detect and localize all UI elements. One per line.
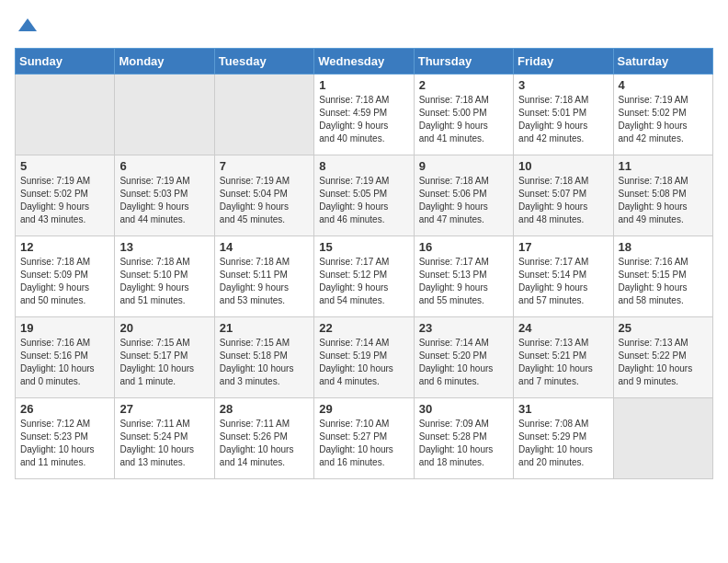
day-header-sunday: Sunday [16,49,115,75]
day-number: 14 [220,240,309,254]
calendar-cell: 26Sunrise: 7:12 AM Sunset: 5:23 PM Dayli… [16,398,115,479]
day-header-wednesday: Wednesday [314,49,414,75]
calendar-cell: 27Sunrise: 7:11 AM Sunset: 5:24 PM Dayli… [115,398,214,479]
calendar-cell: 20Sunrise: 7:15 AM Sunset: 5:17 PM Dayli… [115,317,214,398]
day-info: Sunrise: 7:18 AM Sunset: 5:09 PM Dayligh… [20,256,109,307]
day-number: 4 [619,78,708,92]
day-number: 25 [619,321,708,335]
calendar-cell [16,75,115,155]
day-number: 2 [419,78,508,92]
day-number: 13 [119,240,209,254]
day-number: 8 [319,159,408,173]
calendar-cell: 25Sunrise: 7:13 AM Sunset: 5:22 PM Dayli… [613,317,712,398]
calendar-week-row: 12Sunrise: 7:18 AM Sunset: 5:09 PM Dayli… [16,236,713,317]
day-info: Sunrise: 7:15 AM Sunset: 5:18 PM Dayligh… [220,337,309,388]
day-info: Sunrise: 7:18 AM Sunset: 4:59 PM Dayligh… [319,94,408,145]
day-info: Sunrise: 7:17 AM Sunset: 5:14 PM Dayligh… [518,256,608,307]
calendar-week-row: 26Sunrise: 7:12 AM Sunset: 5:23 PM Dayli… [16,398,713,479]
calendar-cell: 14Sunrise: 7:18 AM Sunset: 5:11 PM Dayli… [214,236,313,317]
day-number: 3 [518,78,608,92]
day-number: 11 [619,159,708,173]
calendar-cell: 11Sunrise: 7:18 AM Sunset: 5:08 PM Dayli… [613,155,712,236]
day-info: Sunrise: 7:09 AM Sunset: 5:28 PM Dayligh… [419,418,508,469]
day-header-thursday: Thursday [414,49,513,75]
day-info: Sunrise: 7:18 AM Sunset: 5:01 PM Dayligh… [518,94,608,145]
day-info: Sunrise: 7:14 AM Sunset: 5:20 PM Dayligh… [419,337,508,388]
calendar-cell: 21Sunrise: 7:15 AM Sunset: 5:18 PM Dayli… [214,317,313,398]
calendar-week-row: 1Sunrise: 7:18 AM Sunset: 4:59 PM Daylig… [16,75,713,155]
day-info: Sunrise: 7:19 AM Sunset: 5:04 PM Dayligh… [220,175,309,226]
day-header-saturday: Saturday [613,49,712,75]
calendar-cell: 19Sunrise: 7:16 AM Sunset: 5:16 PM Dayli… [16,317,115,398]
day-number: 31 [518,402,608,416]
day-number: 29 [319,402,408,416]
day-info: Sunrise: 7:18 AM Sunset: 5:06 PM Dayligh… [419,175,508,226]
day-info: Sunrise: 7:19 AM Sunset: 5:02 PM Dayligh… [619,94,708,145]
day-number: 28 [220,402,309,416]
calendar-cell: 24Sunrise: 7:13 AM Sunset: 5:21 PM Dayli… [514,317,613,398]
calendar-cell: 30Sunrise: 7:09 AM Sunset: 5:28 PM Dayli… [414,398,513,479]
day-number: 6 [119,159,209,173]
day-header-tuesday: Tuesday [214,49,313,75]
day-info: Sunrise: 7:18 AM Sunset: 5:00 PM Dayligh… [419,94,508,145]
calendar-cell [115,75,214,155]
day-number: 12 [20,240,109,254]
day-info: Sunrise: 7:18 AM Sunset: 5:10 PM Dayligh… [119,256,209,307]
day-number: 5 [20,159,109,173]
calendar-cell: 9Sunrise: 7:18 AM Sunset: 5:06 PM Daylig… [414,155,513,236]
day-header-monday: Monday [115,49,214,75]
logo-icon [17,15,39,37]
calendar-cell: 8Sunrise: 7:19 AM Sunset: 5:05 PM Daylig… [314,155,414,236]
calendar-cell: 12Sunrise: 7:18 AM Sunset: 5:09 PM Dayli… [16,236,115,317]
calendar-header-row: SundayMondayTuesdayWednesdayThursdayFrid… [16,49,713,75]
calendar-cell: 3Sunrise: 7:18 AM Sunset: 5:01 PM Daylig… [514,75,613,155]
day-number: 1 [319,78,408,92]
day-info: Sunrise: 7:18 AM Sunset: 5:07 PM Dayligh… [518,175,608,226]
day-info: Sunrise: 7:11 AM Sunset: 5:26 PM Dayligh… [220,418,309,469]
day-number: 19 [20,321,109,335]
day-info: Sunrise: 7:11 AM Sunset: 5:24 PM Dayligh… [119,418,209,469]
day-info: Sunrise: 7:14 AM Sunset: 5:19 PM Dayligh… [319,337,408,388]
day-number: 15 [319,240,408,254]
day-number: 7 [220,159,309,173]
calendar-cell: 2Sunrise: 7:18 AM Sunset: 5:00 PM Daylig… [414,75,513,155]
calendar-cell [613,398,712,479]
day-info: Sunrise: 7:08 AM Sunset: 5:29 PM Dayligh… [518,418,608,469]
calendar-week-row: 5Sunrise: 7:19 AM Sunset: 5:02 PM Daylig… [16,155,713,236]
day-info: Sunrise: 7:13 AM Sunset: 5:21 PM Dayligh… [518,337,608,388]
calendar-cell: 18Sunrise: 7:16 AM Sunset: 5:15 PM Dayli… [613,236,712,317]
day-info: Sunrise: 7:16 AM Sunset: 5:16 PM Dayligh… [20,337,109,388]
day-info: Sunrise: 7:19 AM Sunset: 5:05 PM Dayligh… [319,175,408,226]
day-info: Sunrise: 7:12 AM Sunset: 5:23 PM Dayligh… [20,418,109,469]
day-number: 17 [518,240,608,254]
day-info: Sunrise: 7:10 AM Sunset: 5:27 PM Dayligh… [319,418,408,469]
day-number: 10 [518,159,608,173]
logo [15,15,39,37]
day-number: 18 [619,240,708,254]
day-info: Sunrise: 7:18 AM Sunset: 5:08 PM Dayligh… [619,175,708,226]
svg-marker-0 [18,18,37,31]
page-header [15,15,713,37]
day-number: 27 [119,402,209,416]
calendar-week-row: 19Sunrise: 7:16 AM Sunset: 5:16 PM Dayli… [16,317,713,398]
day-number: 26 [20,402,109,416]
day-info: Sunrise: 7:15 AM Sunset: 5:17 PM Dayligh… [119,337,209,388]
day-number: 23 [419,321,508,335]
calendar-cell: 28Sunrise: 7:11 AM Sunset: 5:26 PM Dayli… [214,398,313,479]
calendar-cell [214,75,313,155]
calendar-cell: 29Sunrise: 7:10 AM Sunset: 5:27 PM Dayli… [314,398,414,479]
calendar-cell: 1Sunrise: 7:18 AM Sunset: 4:59 PM Daylig… [314,75,414,155]
day-number: 24 [518,321,608,335]
calendar-cell: 15Sunrise: 7:17 AM Sunset: 5:12 PM Dayli… [314,236,414,317]
day-number: 22 [319,321,408,335]
calendar-cell: 5Sunrise: 7:19 AM Sunset: 5:02 PM Daylig… [16,155,115,236]
day-number: 30 [419,402,508,416]
day-number: 16 [419,240,508,254]
day-number: 9 [419,159,508,173]
day-info: Sunrise: 7:18 AM Sunset: 5:11 PM Dayligh… [220,256,309,307]
day-info: Sunrise: 7:13 AM Sunset: 5:22 PM Dayligh… [619,337,708,388]
calendar-cell: 6Sunrise: 7:19 AM Sunset: 5:03 PM Daylig… [115,155,214,236]
calendar-cell: 17Sunrise: 7:17 AM Sunset: 5:14 PM Dayli… [514,236,613,317]
calendar-cell: 7Sunrise: 7:19 AM Sunset: 5:04 PM Daylig… [214,155,313,236]
calendar-table: SundayMondayTuesdayWednesdayThursdayFrid… [15,48,713,479]
